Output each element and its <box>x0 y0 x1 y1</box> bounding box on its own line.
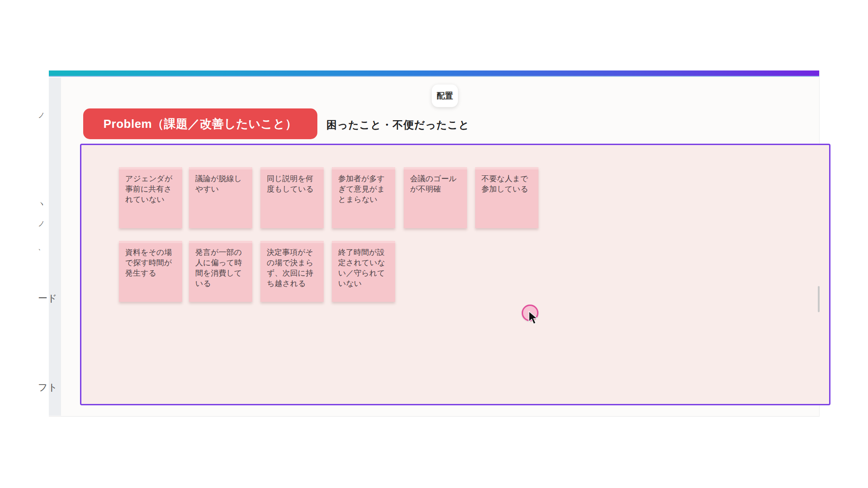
sidebar-panel-edge <box>49 78 61 416</box>
sticky-note[interactable]: 終了時間が設定されていない／守られていない <box>332 241 395 302</box>
sticky-note[interactable]: 同じ説明を何度もしている <box>260 167 324 228</box>
sticky-note[interactable]: 資料をその場で探す時間が発生する <box>119 241 182 302</box>
brand-gradient-bar <box>49 70 819 77</box>
mouse-cursor-icon <box>528 311 540 325</box>
sidebar-label-fragment[interactable]: フト <box>38 381 60 394</box>
sticky-note[interactable]: 不要な人まで参加している <box>475 167 538 228</box>
sticky-note[interactable]: 議論が脱線しやすい <box>189 167 252 228</box>
sticky-note[interactable]: 参加者が多すぎて意見がまとまらない <box>332 167 395 228</box>
sidebar-label-fragment[interactable]: 、 <box>38 243 47 252</box>
arrange-button[interactable]: 配置 <box>432 84 458 107</box>
sidebar-label-fragment[interactable]: ノ <box>38 220 47 228</box>
problem-section-subtitle[interactable]: 困ったこと・不便だったこと <box>326 118 470 132</box>
sticky-note[interactable]: 決定事項がその場で決まらず、次回に持ち越される <box>260 241 324 302</box>
sidebar-label-fragment[interactable]: ード <box>38 292 60 305</box>
sidebar-label-fragment[interactable]: ノ <box>38 111 47 120</box>
sidebar-label-fragment[interactable]: ヽ <box>38 200 47 208</box>
sticky-note[interactable]: 発言が一部の人に偏って時間を消費している <box>189 241 252 302</box>
problem-board-area[interactable]: アジェンダが事前に共有されていない 議論が脱線しやすい 同じ説明を何度もしている… <box>80 144 830 405</box>
sticky-note[interactable]: アジェンダが事前に共有されていない <box>119 167 182 228</box>
sticky-note[interactable]: 会議のゴールが不明確 <box>404 167 467 228</box>
vertical-scrollbar-thumb[interactable] <box>818 286 820 312</box>
problem-section-banner[interactable]: Problem（課題／改善したいこと） <box>83 108 317 139</box>
